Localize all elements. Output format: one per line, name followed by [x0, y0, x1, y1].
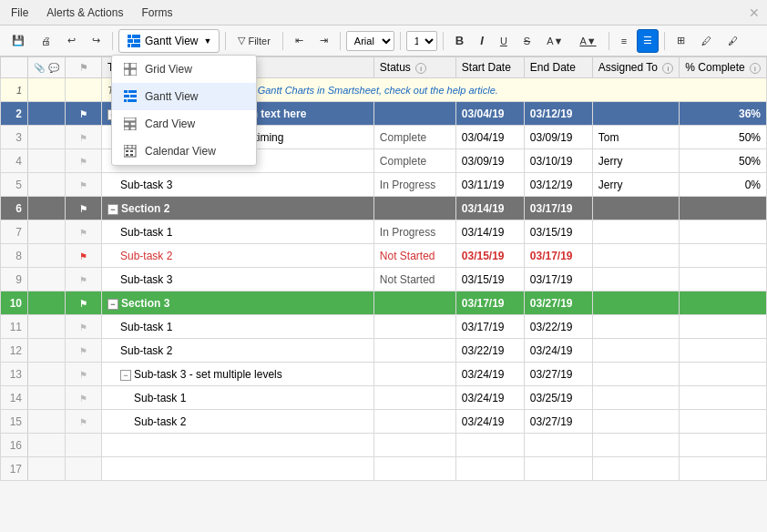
print-button[interactable]: 🖨 — [35, 29, 57, 53]
row-num: 12 — [1, 339, 28, 363]
row-pct — [680, 197, 767, 220]
row-assigned — [592, 220, 680, 244]
row-pct — [680, 268, 767, 292]
svg-rect-4 — [128, 44, 130, 47]
indent-increase-button[interactable]: ⇥ — [313, 29, 334, 53]
row-num: 4 — [1, 149, 28, 173]
flag-icon: ⚑ — [79, 322, 87, 332]
info-link-2[interactable]: check out the help article. — [384, 85, 498, 96]
font-family-select[interactable]: Arial — [346, 31, 394, 51]
align-center-button[interactable]: ☰ — [637, 29, 659, 53]
row-start — [455, 434, 524, 457]
row-assigned: Jerry — [592, 173, 680, 197]
svg-rect-10 — [124, 90, 128, 93]
table-row: 10 ⚑ −Section 3 03/17/19 03/27/19 — [1, 292, 767, 315]
format-icon: 🖋 — [728, 36, 738, 46]
highlight-button[interactable]: 🖊 — [695, 29, 718, 53]
gantt-view-icon — [127, 34, 141, 48]
save-button[interactable]: 💾 — [5, 29, 31, 53]
row-end: 03/22/19 — [524, 315, 592, 339]
divider-8 — [664, 32, 665, 50]
flag-icon: ⚑ — [79, 133, 87, 143]
divider-1 — [112, 32, 113, 50]
gantt-view-menu-icon — [123, 89, 138, 104]
collapse-button[interactable]: − — [107, 204, 118, 215]
align-left-button[interactable]: ≡ — [615, 29, 633, 53]
th-num — [1, 57, 28, 78]
row-end: 03/15/19 — [524, 220, 592, 244]
divider-5 — [400, 32, 401, 50]
row-task: −Section 2 — [102, 197, 374, 220]
row-pct: 36% — [680, 102, 767, 126]
row-task: Sub-task 2 — [102, 410, 374, 434]
table-row: 14 ⚑ Sub-task 1 03/24/19 03/25/19 — [1, 386, 767, 410]
row-status: In Progress — [373, 173, 455, 197]
gantt-view-button[interactable]: Gantt View ▼ — [118, 29, 220, 53]
row-task: Sub-task 2 — [102, 244, 374, 268]
collapse-button[interactable]: − — [120, 370, 131, 381]
card-view-icon — [123, 117, 138, 131]
row-end: 03/27/19 — [524, 363, 592, 386]
table-button[interactable]: ⊞ — [670, 29, 691, 53]
row-status — [373, 386, 455, 410]
window-close-icon: ✕ — [749, 5, 760, 20]
svg-rect-17 — [124, 122, 129, 126]
row-start: 03/14/19 — [455, 197, 524, 220]
redo-button[interactable]: ↪ — [86, 29, 107, 53]
flag-icon: ⚑ — [79, 394, 87, 404]
row-num: 16 — [1, 434, 28, 457]
dropdown-item-calendar[interactable]: Calendar View — [112, 138, 256, 165]
dropdown-item-gantt[interactable]: Gantt View — [112, 83, 256, 110]
row-status — [373, 434, 455, 457]
th-status: Status i — [373, 57, 455, 78]
row-end: 03/10/19 — [524, 149, 592, 173]
dropdown-item-grid[interactable]: Grid View — [112, 56, 256, 83]
strikethrough-icon: S — [524, 36, 530, 46]
svg-rect-9 — [130, 69, 137, 76]
row-status: Not Started — [373, 244, 455, 268]
row-start: 03/24/19 — [455, 363, 524, 386]
info-link-1[interactable]: with Gantt Charts in Smartsheet, — [237, 85, 382, 96]
italic-button[interactable]: I — [474, 29, 490, 53]
row-attach — [28, 363, 66, 386]
row-assigned — [592, 292, 680, 315]
row-attach — [28, 197, 66, 220]
fill-color-button[interactable]: A▼ — [540, 29, 569, 53]
filter-button[interactable]: ▽ Filter — [231, 29, 276, 53]
undo-button[interactable]: ↩ — [61, 29, 82, 53]
row-start: 03/09/19 — [455, 149, 524, 173]
indent-decrease-button[interactable]: ⇤ — [289, 29, 310, 53]
table-row: 7 ⚑ Sub-task 1 In Progress 03/14/19 03/1… — [1, 220, 767, 244]
svg-rect-8 — [124, 69, 129, 76]
flag-icon: ⚑ — [79, 370, 87, 380]
table-row: 6 ⚑ −Section 2 03/14/19 03/17/19 — [1, 197, 767, 220]
row-flag: ⚑ — [66, 102, 102, 126]
text-color-button[interactable]: A▼ — [573, 29, 602, 53]
underline-button[interactable]: U — [494, 29, 514, 53]
row-flag: ⚑ — [66, 173, 102, 197]
calendar-view-icon — [123, 144, 138, 159]
fill-color-icon: A▼ — [547, 36, 563, 46]
font-size-select[interactable]: 10 — [406, 31, 437, 51]
bold-button[interactable]: B — [449, 29, 470, 53]
menu-forms[interactable]: Forms — [138, 5, 176, 21]
row-start: 03/15/19 — [455, 268, 524, 292]
row-task: −Sub-task 3 - set multiple levels — [102, 363, 374, 386]
strikethrough-button[interactable]: S — [517, 29, 537, 53]
row-end: 03/09/19 — [524, 126, 592, 149]
pct-info-icon[interactable]: i — [750, 63, 761, 74]
collapse-button[interactable]: − — [107, 299, 118, 310]
row-num: 9 — [1, 268, 28, 292]
assigned-info-icon[interactable]: i — [662, 63, 673, 74]
th-start-date: Start Date — [455, 57, 524, 78]
format-button[interactable]: 🖋 — [721, 29, 744, 53]
menu-file[interactable]: File — [7, 5, 32, 21]
menu-alerts[interactable]: Alerts & Actions — [43, 5, 127, 21]
svg-rect-6 — [124, 63, 129, 68]
dropdown-item-card[interactable]: Card View — [112, 110, 256, 138]
row-flag: ⚑ — [66, 339, 102, 363]
status-info-icon[interactable]: i — [415, 63, 426, 74]
row-attach — [28, 220, 66, 244]
row-num: 14 — [1, 386, 28, 410]
row-task: Sub-task 1 — [102, 315, 374, 339]
